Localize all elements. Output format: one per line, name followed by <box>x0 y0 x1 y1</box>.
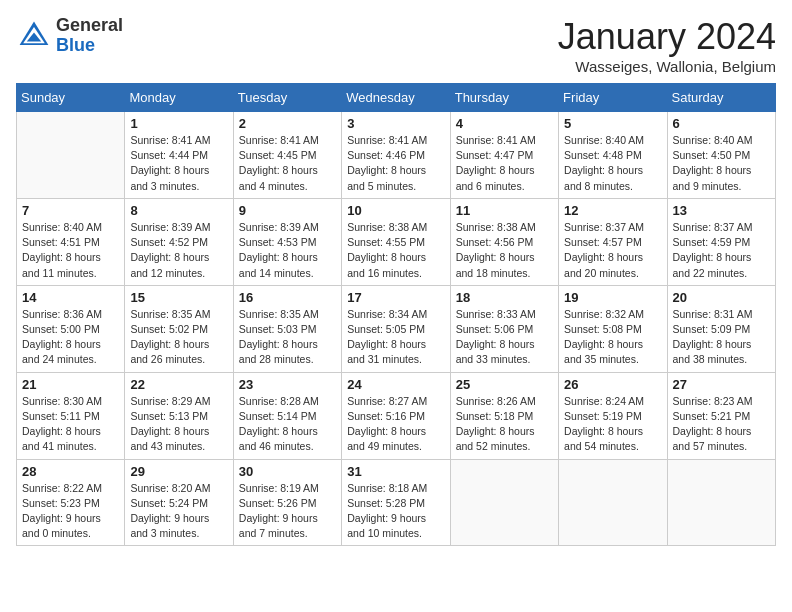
day-number: 15 <box>130 290 227 305</box>
day-number: 1 <box>130 116 227 131</box>
day-number: 17 <box>347 290 444 305</box>
calendar-cell: 10Sunrise: 8:38 AM Sunset: 4:55 PM Dayli… <box>342 198 450 285</box>
calendar-cell: 29Sunrise: 8:20 AM Sunset: 5:24 PM Dayli… <box>125 459 233 546</box>
day-number: 24 <box>347 377 444 392</box>
day-info: Sunrise: 8:39 AM Sunset: 4:52 PM Dayligh… <box>130 220 227 281</box>
calendar-cell: 7Sunrise: 8:40 AM Sunset: 4:51 PM Daylig… <box>17 198 125 285</box>
day-info: Sunrise: 8:40 AM Sunset: 4:48 PM Dayligh… <box>564 133 661 194</box>
logo-general-text: General <box>56 16 123 36</box>
day-info: Sunrise: 8:36 AM Sunset: 5:00 PM Dayligh… <box>22 307 119 368</box>
calendar-cell: 6Sunrise: 8:40 AM Sunset: 4:50 PM Daylig… <box>667 112 775 199</box>
day-info: Sunrise: 8:18 AM Sunset: 5:28 PM Dayligh… <box>347 481 444 542</box>
week-row-3: 14Sunrise: 8:36 AM Sunset: 5:00 PM Dayli… <box>17 285 776 372</box>
week-row-2: 7Sunrise: 8:40 AM Sunset: 4:51 PM Daylig… <box>17 198 776 285</box>
day-number: 29 <box>130 464 227 479</box>
day-info: Sunrise: 8:22 AM Sunset: 5:23 PM Dayligh… <box>22 481 119 542</box>
day-info: Sunrise: 8:32 AM Sunset: 5:08 PM Dayligh… <box>564 307 661 368</box>
calendar-cell: 5Sunrise: 8:40 AM Sunset: 4:48 PM Daylig… <box>559 112 667 199</box>
calendar-header-row: SundayMondayTuesdayWednesdayThursdayFrid… <box>17 84 776 112</box>
day-info: Sunrise: 8:40 AM Sunset: 4:50 PM Dayligh… <box>673 133 770 194</box>
day-info: Sunrise: 8:37 AM Sunset: 4:57 PM Dayligh… <box>564 220 661 281</box>
calendar-header-sunday: Sunday <box>17 84 125 112</box>
calendar-cell <box>17 112 125 199</box>
calendar-header-thursday: Thursday <box>450 84 558 112</box>
day-number: 4 <box>456 116 553 131</box>
calendar-cell: 23Sunrise: 8:28 AM Sunset: 5:14 PM Dayli… <box>233 372 341 459</box>
day-number: 28 <box>22 464 119 479</box>
day-number: 12 <box>564 203 661 218</box>
logo: General Blue <box>16 16 123 56</box>
day-number: 6 <box>673 116 770 131</box>
day-info: Sunrise: 8:38 AM Sunset: 4:56 PM Dayligh… <box>456 220 553 281</box>
calendar-cell: 11Sunrise: 8:38 AM Sunset: 4:56 PM Dayli… <box>450 198 558 285</box>
week-row-4: 21Sunrise: 8:30 AM Sunset: 5:11 PM Dayli… <box>17 372 776 459</box>
title-block: January 2024 Wasseiges, Wallonia, Belgiu… <box>558 16 776 75</box>
calendar-cell: 26Sunrise: 8:24 AM Sunset: 5:19 PM Dayli… <box>559 372 667 459</box>
day-number: 26 <box>564 377 661 392</box>
day-info: Sunrise: 8:40 AM Sunset: 4:51 PM Dayligh… <box>22 220 119 281</box>
day-number: 16 <box>239 290 336 305</box>
week-row-5: 28Sunrise: 8:22 AM Sunset: 5:23 PM Dayli… <box>17 459 776 546</box>
week-row-1: 1Sunrise: 8:41 AM Sunset: 4:44 PM Daylig… <box>17 112 776 199</box>
day-info: Sunrise: 8:35 AM Sunset: 5:02 PM Dayligh… <box>130 307 227 368</box>
calendar-header-tuesday: Tuesday <box>233 84 341 112</box>
calendar-cell: 20Sunrise: 8:31 AM Sunset: 5:09 PM Dayli… <box>667 285 775 372</box>
logo-blue-text: Blue <box>56 36 123 56</box>
day-info: Sunrise: 8:41 AM Sunset: 4:44 PM Dayligh… <box>130 133 227 194</box>
calendar-cell: 12Sunrise: 8:37 AM Sunset: 4:57 PM Dayli… <box>559 198 667 285</box>
day-info: Sunrise: 8:35 AM Sunset: 5:03 PM Dayligh… <box>239 307 336 368</box>
day-info: Sunrise: 8:41 AM Sunset: 4:46 PM Dayligh… <box>347 133 444 194</box>
day-number: 22 <box>130 377 227 392</box>
day-number: 19 <box>564 290 661 305</box>
calendar-cell <box>667 459 775 546</box>
day-info: Sunrise: 8:37 AM Sunset: 4:59 PM Dayligh… <box>673 220 770 281</box>
calendar-cell: 21Sunrise: 8:30 AM Sunset: 5:11 PM Dayli… <box>17 372 125 459</box>
day-number: 5 <box>564 116 661 131</box>
month-title: January 2024 <box>558 16 776 58</box>
calendar-cell: 25Sunrise: 8:26 AM Sunset: 5:18 PM Dayli… <box>450 372 558 459</box>
day-number: 11 <box>456 203 553 218</box>
day-number: 27 <box>673 377 770 392</box>
day-number: 13 <box>673 203 770 218</box>
calendar-cell: 14Sunrise: 8:36 AM Sunset: 5:00 PM Dayli… <box>17 285 125 372</box>
day-number: 20 <box>673 290 770 305</box>
calendar-cell: 22Sunrise: 8:29 AM Sunset: 5:13 PM Dayli… <box>125 372 233 459</box>
day-info: Sunrise: 8:33 AM Sunset: 5:06 PM Dayligh… <box>456 307 553 368</box>
calendar-cell: 3Sunrise: 8:41 AM Sunset: 4:46 PM Daylig… <box>342 112 450 199</box>
calendar-cell: 17Sunrise: 8:34 AM Sunset: 5:05 PM Dayli… <box>342 285 450 372</box>
calendar-cell: 16Sunrise: 8:35 AM Sunset: 5:03 PM Dayli… <box>233 285 341 372</box>
calendar-cell: 13Sunrise: 8:37 AM Sunset: 4:59 PM Dayli… <box>667 198 775 285</box>
day-number: 9 <box>239 203 336 218</box>
day-info: Sunrise: 8:24 AM Sunset: 5:19 PM Dayligh… <box>564 394 661 455</box>
calendar-cell: 24Sunrise: 8:27 AM Sunset: 5:16 PM Dayli… <box>342 372 450 459</box>
day-number: 31 <box>347 464 444 479</box>
day-number: 8 <box>130 203 227 218</box>
day-number: 25 <box>456 377 553 392</box>
calendar-header-monday: Monday <box>125 84 233 112</box>
day-info: Sunrise: 8:27 AM Sunset: 5:16 PM Dayligh… <box>347 394 444 455</box>
day-number: 7 <box>22 203 119 218</box>
day-number: 23 <box>239 377 336 392</box>
day-number: 14 <box>22 290 119 305</box>
calendar-cell: 8Sunrise: 8:39 AM Sunset: 4:52 PM Daylig… <box>125 198 233 285</box>
calendar-cell: 9Sunrise: 8:39 AM Sunset: 4:53 PM Daylig… <box>233 198 341 285</box>
day-info: Sunrise: 8:41 AM Sunset: 4:47 PM Dayligh… <box>456 133 553 194</box>
day-info: Sunrise: 8:39 AM Sunset: 4:53 PM Dayligh… <box>239 220 336 281</box>
logo-icon <box>16 18 52 54</box>
day-info: Sunrise: 8:19 AM Sunset: 5:26 PM Dayligh… <box>239 481 336 542</box>
calendar-cell: 19Sunrise: 8:32 AM Sunset: 5:08 PM Dayli… <box>559 285 667 372</box>
location-subtitle: Wasseiges, Wallonia, Belgium <box>558 58 776 75</box>
day-info: Sunrise: 8:28 AM Sunset: 5:14 PM Dayligh… <box>239 394 336 455</box>
calendar-header-wednesday: Wednesday <box>342 84 450 112</box>
calendar-cell: 30Sunrise: 8:19 AM Sunset: 5:26 PM Dayli… <box>233 459 341 546</box>
day-number: 21 <box>22 377 119 392</box>
logo-text: General Blue <box>56 16 123 56</box>
day-info: Sunrise: 8:38 AM Sunset: 4:55 PM Dayligh… <box>347 220 444 281</box>
day-info: Sunrise: 8:41 AM Sunset: 4:45 PM Dayligh… <box>239 133 336 194</box>
day-info: Sunrise: 8:31 AM Sunset: 5:09 PM Dayligh… <box>673 307 770 368</box>
day-info: Sunrise: 8:23 AM Sunset: 5:21 PM Dayligh… <box>673 394 770 455</box>
calendar-cell: 31Sunrise: 8:18 AM Sunset: 5:28 PM Dayli… <box>342 459 450 546</box>
calendar-cell: 4Sunrise: 8:41 AM Sunset: 4:47 PM Daylig… <box>450 112 558 199</box>
calendar-cell: 1Sunrise: 8:41 AM Sunset: 4:44 PM Daylig… <box>125 112 233 199</box>
calendar-header-friday: Friday <box>559 84 667 112</box>
